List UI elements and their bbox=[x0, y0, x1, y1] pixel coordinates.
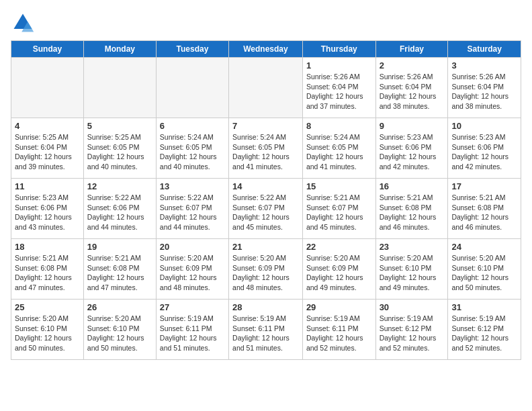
calendar-cell: 29Sunrise: 5:19 AM Sunset: 6:11 PM Dayli… bbox=[302, 300, 375, 360]
day-info: Sunrise: 5:24 AM Sunset: 6:05 PM Dayligh… bbox=[232, 132, 299, 172]
day-number: 8 bbox=[306, 121, 372, 131]
calendar-cell: 24Sunrise: 5:20 AM Sunset: 6:10 PM Dayli… bbox=[448, 239, 521, 300]
day-info: Sunrise: 5:26 AM Sunset: 6:04 PM Dayligh… bbox=[306, 72, 372, 111]
day-info: Sunrise: 5:23 AM Sunset: 6:06 PM Dayligh… bbox=[380, 132, 445, 172]
calendar-cell: 11Sunrise: 5:23 AM Sunset: 6:06 PM Dayli… bbox=[11, 179, 84, 239]
day-number: 30 bbox=[380, 302, 445, 312]
calendar-cell: 6Sunrise: 5:24 AM Sunset: 6:05 PM Daylig… bbox=[156, 118, 228, 179]
day-info: Sunrise: 5:26 AM Sunset: 6:04 PM Dayligh… bbox=[380, 72, 445, 111]
day-number: 12 bbox=[87, 181, 152, 191]
day-header-saturday: Saturday bbox=[448, 41, 521, 58]
day-info: Sunrise: 5:20 AM Sunset: 6:10 PM Dayligh… bbox=[451, 253, 517, 293]
day-info: Sunrise: 5:26 AM Sunset: 6:04 PM Dayligh… bbox=[451, 72, 517, 111]
day-info: Sunrise: 5:20 AM Sunset: 6:09 PM Dayligh… bbox=[232, 253, 299, 293]
logo bbox=[11, 11, 38, 35]
week-row-4: 18Sunrise: 5:21 AM Sunset: 6:08 PM Dayli… bbox=[11, 239, 521, 300]
day-number: 19 bbox=[87, 242, 152, 252]
day-number: 22 bbox=[306, 242, 372, 252]
calendar-cell: 19Sunrise: 5:21 AM Sunset: 6:08 PM Dayli… bbox=[83, 239, 156, 300]
week-row-1: 1Sunrise: 5:26 AM Sunset: 6:04 PM Daylig… bbox=[11, 58, 521, 118]
day-number: 10 bbox=[451, 121, 517, 131]
day-info: Sunrise: 5:19 AM Sunset: 6:12 PM Dayligh… bbox=[451, 314, 517, 353]
day-info: Sunrise: 5:21 AM Sunset: 6:08 PM Dayligh… bbox=[451, 193, 517, 232]
calendar-cell: 3Sunrise: 5:26 AM Sunset: 6:04 PM Daylig… bbox=[448, 58, 521, 118]
day-info: Sunrise: 5:20 AM Sunset: 6:10 PM Dayligh… bbox=[15, 314, 80, 353]
day-info: Sunrise: 5:21 AM Sunset: 6:08 PM Dayligh… bbox=[15, 253, 80, 293]
day-number: 9 bbox=[380, 121, 445, 131]
day-number: 17 bbox=[451, 181, 517, 191]
day-number: 31 bbox=[451, 302, 517, 312]
day-number: 25 bbox=[15, 302, 80, 312]
calendar-cell: 18Sunrise: 5:21 AM Sunset: 6:08 PM Dayli… bbox=[11, 239, 84, 300]
day-info: Sunrise: 5:20 AM Sunset: 6:10 PM Dayligh… bbox=[87, 314, 152, 353]
day-info: Sunrise: 5:19 AM Sunset: 6:11 PM Dayligh… bbox=[232, 314, 299, 353]
day-number: 21 bbox=[232, 242, 299, 252]
day-number: 15 bbox=[306, 181, 372, 191]
calendar-cell: 16Sunrise: 5:21 AM Sunset: 6:08 PM Dayli… bbox=[375, 179, 448, 239]
day-header-thursday: Thursday bbox=[302, 41, 375, 58]
calendar-cell: 20Sunrise: 5:20 AM Sunset: 6:09 PM Dayli… bbox=[156, 239, 228, 300]
calendar-cell: 12Sunrise: 5:22 AM Sunset: 6:06 PM Dayli… bbox=[83, 179, 156, 239]
week-row-3: 11Sunrise: 5:23 AM Sunset: 6:06 PM Dayli… bbox=[11, 179, 521, 239]
calendar-cell: 15Sunrise: 5:21 AM Sunset: 6:07 PM Dayli… bbox=[302, 179, 375, 239]
day-info: Sunrise: 5:20 AM Sunset: 6:09 PM Dayligh… bbox=[306, 253, 372, 293]
day-info: Sunrise: 5:24 AM Sunset: 6:05 PM Dayligh… bbox=[306, 132, 372, 172]
calendar-cell: 26Sunrise: 5:20 AM Sunset: 6:10 PM Dayli… bbox=[83, 300, 156, 360]
day-header-sunday: Sunday bbox=[11, 41, 84, 58]
day-number: 23 bbox=[380, 242, 445, 252]
day-number: 13 bbox=[160, 181, 225, 191]
day-number: 6 bbox=[160, 121, 225, 131]
calendar-cell: 4Sunrise: 5:25 AM Sunset: 6:04 PM Daylig… bbox=[11, 118, 84, 179]
day-number: 18 bbox=[15, 242, 80, 252]
day-info: Sunrise: 5:23 AM Sunset: 6:06 PM Dayligh… bbox=[15, 193, 80, 232]
day-info: Sunrise: 5:20 AM Sunset: 6:10 PM Dayligh… bbox=[380, 253, 445, 293]
calendar-cell: 27Sunrise: 5:19 AM Sunset: 6:11 PM Dayli… bbox=[156, 300, 228, 360]
calendar-cell: 8Sunrise: 5:24 AM Sunset: 6:05 PM Daylig… bbox=[302, 118, 375, 179]
day-header-tuesday: Tuesday bbox=[156, 41, 228, 58]
day-info: Sunrise: 5:20 AM Sunset: 6:09 PM Dayligh… bbox=[160, 253, 225, 293]
day-info: Sunrise: 5:22 AM Sunset: 6:07 PM Dayligh… bbox=[160, 193, 225, 232]
day-number: 28 bbox=[232, 302, 299, 312]
day-info: Sunrise: 5:21 AM Sunset: 6:08 PM Dayligh… bbox=[380, 193, 445, 232]
day-number: 3 bbox=[451, 60, 517, 71]
day-info: Sunrise: 5:25 AM Sunset: 6:04 PM Dayligh… bbox=[15, 132, 80, 172]
calendar-cell: 23Sunrise: 5:20 AM Sunset: 6:10 PM Dayli… bbox=[375, 239, 448, 300]
day-number: 20 bbox=[160, 242, 225, 252]
day-info: Sunrise: 5:21 AM Sunset: 6:08 PM Dayligh… bbox=[87, 253, 152, 293]
calendar-cell bbox=[229, 58, 303, 118]
calendar-cell: 22Sunrise: 5:20 AM Sunset: 6:09 PM Dayli… bbox=[302, 239, 375, 300]
day-number: 7 bbox=[232, 121, 299, 131]
calendar-cell bbox=[83, 58, 156, 118]
day-info: Sunrise: 5:19 AM Sunset: 6:12 PM Dayligh… bbox=[380, 314, 445, 353]
day-number: 2 bbox=[380, 60, 445, 71]
day-info: Sunrise: 5:21 AM Sunset: 6:07 PM Dayligh… bbox=[306, 193, 372, 232]
day-info: Sunrise: 5:23 AM Sunset: 6:06 PM Dayligh… bbox=[451, 132, 517, 172]
calendar-table: SundayMondayTuesdayWednesdayThursdayFrid… bbox=[11, 40, 521, 360]
calendar-cell: 7Sunrise: 5:24 AM Sunset: 6:05 PM Daylig… bbox=[229, 118, 303, 179]
day-number: 24 bbox=[451, 242, 517, 252]
day-number: 29 bbox=[306, 302, 372, 312]
calendar-cell bbox=[11, 58, 84, 118]
calendar-cell: 25Sunrise: 5:20 AM Sunset: 6:10 PM Dayli… bbox=[11, 300, 84, 360]
day-number: 27 bbox=[160, 302, 225, 312]
day-header-wednesday: Wednesday bbox=[229, 41, 303, 58]
calendar-cell: 30Sunrise: 5:19 AM Sunset: 6:12 PM Dayli… bbox=[375, 300, 448, 360]
week-row-2: 4Sunrise: 5:25 AM Sunset: 6:04 PM Daylig… bbox=[11, 118, 521, 179]
calendar-cell: 1Sunrise: 5:26 AM Sunset: 6:04 PM Daylig… bbox=[302, 58, 375, 118]
calendar-cell: 31Sunrise: 5:19 AM Sunset: 6:12 PM Dayli… bbox=[448, 300, 521, 360]
day-info: Sunrise: 5:22 AM Sunset: 6:06 PM Dayligh… bbox=[87, 193, 152, 232]
week-row-5: 25Sunrise: 5:20 AM Sunset: 6:10 PM Dayli… bbox=[11, 300, 521, 360]
day-info: Sunrise: 5:25 AM Sunset: 6:05 PM Dayligh… bbox=[87, 132, 152, 172]
calendar-header-row: SundayMondayTuesdayWednesdayThursdayFrid… bbox=[11, 41, 521, 58]
day-info: Sunrise: 5:19 AM Sunset: 6:11 PM Dayligh… bbox=[306, 314, 372, 353]
calendar-cell: 21Sunrise: 5:20 AM Sunset: 6:09 PM Dayli… bbox=[229, 239, 303, 300]
page-header bbox=[11, 11, 521, 35]
day-number: 11 bbox=[15, 181, 80, 191]
calendar-cell bbox=[156, 58, 228, 118]
calendar-cell: 14Sunrise: 5:22 AM Sunset: 6:07 PM Dayli… bbox=[229, 179, 303, 239]
calendar-cell: 13Sunrise: 5:22 AM Sunset: 6:07 PM Dayli… bbox=[156, 179, 228, 239]
day-number: 16 bbox=[380, 181, 445, 191]
day-number: 14 bbox=[232, 181, 299, 191]
day-info: Sunrise: 5:22 AM Sunset: 6:07 PM Dayligh… bbox=[232, 193, 299, 232]
day-number: 26 bbox=[87, 302, 152, 312]
